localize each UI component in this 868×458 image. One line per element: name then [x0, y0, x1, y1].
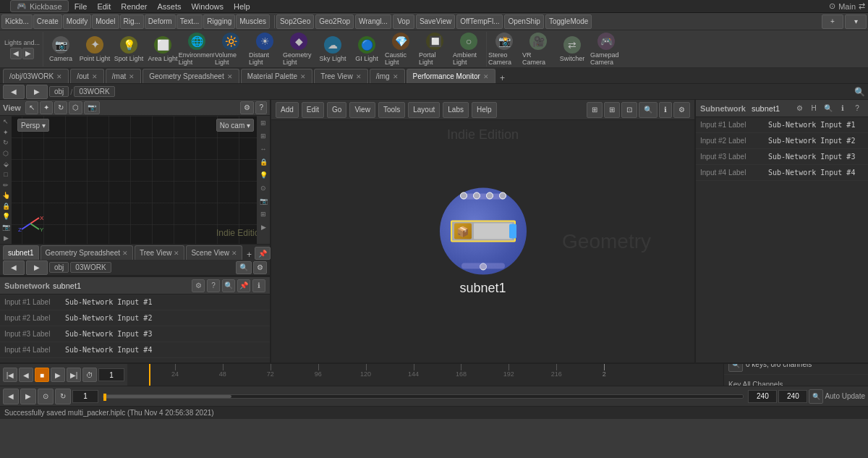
tab-add-btn[interactable]: + [497, 73, 508, 83]
tl-stop[interactable]: ■ [35, 368, 49, 382]
view-tool-scale[interactable]: ⬡ [69, 101, 82, 114]
right-zoom[interactable]: 🔍 [822, 102, 835, 115]
net-snap[interactable]: ⊞ [587, 102, 603, 118]
right-help[interactable]: ? [851, 102, 864, 115]
net-layout[interactable]: Layout [408, 102, 440, 118]
tab-geo-spreadsheet[interactable]: Geometry Spreadsheet ✕ [142, 69, 239, 83]
viewport-camera-dropdown[interactable]: No cam ▾ [216, 119, 254, 132]
shelf-geo2rop[interactable]: Geo2Rop [315, 14, 354, 29]
add-shelf-btn[interactable]: + [822, 14, 843, 29]
subnet-help[interactable]: ? [207, 279, 220, 292]
shelf-deform[interactable]: Deform [145, 14, 176, 29]
tool-point-light[interactable]: ✦ Point Light [78, 32, 111, 67]
btab-tree-close[interactable]: ✕ [174, 250, 179, 257]
side-icon-9[interactable]: ▶ [258, 221, 269, 233]
bot-scene-path[interactable]: 03WORK [70, 262, 111, 273]
tool-vr-camera[interactable]: 🎥 VR Camera [522, 32, 555, 67]
subnet-params[interactable]: ⚙ [192, 279, 205, 292]
menu-help[interactable]: Help [229, 1, 255, 12]
btab-scene-view[interactable]: Scene View ✕ [186, 245, 242, 260]
side-icon-2[interactable]: ⊞ [258, 130, 269, 142]
tab-img-close[interactable]: ✕ [393, 73, 399, 80]
shelf-model[interactable]: Model [92, 14, 119, 29]
tool-stereo-camera[interactable]: 📸 Stereo Camera [488, 32, 521, 67]
bot-nav-back[interactable]: ◀ [3, 260, 25, 275]
lt-render[interactable]: ▶ [1, 233, 11, 242]
shelf-sop2geo[interactable]: Sop2Geo [276, 14, 314, 29]
path-nav-fwd[interactable]: ▶ [26, 85, 48, 99]
bot-settings2[interactable]: ⚙ [253, 261, 267, 274]
side-icon-8[interactable]: ⊞ [258, 208, 269, 220]
tab-obj-03work[interactable]: /obj/03WORK ✕ [3, 69, 69, 83]
side-icon-1[interactable]: ⊞ [258, 117, 269, 129]
path-obj[interactable]: obj [49, 86, 69, 97]
shelf-create[interactable]: Create [33, 14, 62, 29]
bot-obj-path[interactable]: obj [49, 262, 69, 273]
bt-icon-1[interactable]: 🔍 [809, 389, 823, 404]
tool-env-light[interactable]: 🌐 Environment Light [180, 32, 213, 67]
btab-geo-spreadsheet[interactable]: Geometry Spreadsheet ✕ [41, 245, 133, 260]
lt-paint[interactable]: ✏ [1, 180, 11, 190]
camera-btn[interactable]: No cam ▾ [216, 119, 254, 132]
btab-pin[interactable]: 📌 [255, 247, 271, 260]
tool-spot-light[interactable]: 💡 Spot Light [112, 32, 145, 67]
shelf-kickbase[interactable]: Kickb... [1, 14, 33, 29]
tl-skip-end[interactable]: ▶| [67, 368, 81, 382]
shelf-rigging[interactable]: Rigging [203, 14, 235, 29]
shelf-rig[interactable]: Rig... [120, 14, 144, 29]
tool-geo-light[interactable]: ◆ Geometry Light [282, 32, 315, 67]
tab-material-palette[interactable]: Material Palette ✕ [241, 69, 312, 83]
timeline-ruler[interactable]: 24 48 72 96 120 144 168 192 216 2 [127, 363, 723, 386]
bt-auto-update[interactable]: Auto Update [825, 392, 865, 400]
viewport-persp-dropdown[interactable]: Persp ▾ [17, 119, 49, 132]
tab-tree-view[interactable]: Tree View ✕ [314, 69, 367, 83]
btab-scene-close[interactable]: ✕ [231, 250, 237, 257]
subnet-zoom[interactable]: 🔍 [222, 279, 235, 292]
bt-anim[interactable]: ⊙ [38, 389, 54, 404]
tool-sky-light[interactable]: ☁ Sky Light [316, 32, 349, 67]
lt-pose[interactable]: 👆 [1, 191, 11, 200]
tool-portal-light[interactable]: 🔲 Portal Light [418, 32, 451, 67]
bt-loop[interactable]: ↻ [55, 389, 71, 404]
net-zoom-fit[interactable]: ⊡ [621, 102, 637, 118]
tl-prev-frame[interactable]: ◀ [19, 368, 33, 382]
side-icon-5[interactable]: 💡 [258, 169, 269, 181]
path-03work[interactable]: 03WORK [74, 86, 114, 97]
lt-move[interactable]: ✦ [1, 128, 11, 137]
lt-rotate[interactable]: ↻ [1, 138, 11, 148]
shelf-offtempfl[interactable]: OffTempFl... [456, 14, 503, 29]
tab-out-close[interactable]: ✕ [92, 73, 98, 80]
btab-subnet1[interactable]: subnet1 [3, 245, 39, 260]
side-icon-3[interactable]: ↔ [258, 143, 269, 155]
channel-zoom[interactable]: 🔍 [728, 362, 743, 372]
channel-key-all[interactable]: Key All Channels [728, 381, 783, 386]
menu-edit[interactable]: Edit [93, 1, 115, 12]
tool-camera[interactable]: 📷 Camera [44, 32, 77, 67]
bt-frame-end[interactable] [748, 390, 777, 403]
btab-add[interactable]: + [244, 250, 255, 260]
tool-switcher[interactable]: ⇄ Switcher [556, 32, 589, 67]
net-view[interactable]: View [349, 102, 375, 118]
shelf-text[interactable]: Text... [176, 14, 203, 29]
lt-arrow[interactable]: ↖ [1, 117, 11, 127]
tab-img[interactable]: /img ✕ [370, 69, 405, 83]
subnet-pin[interactable]: 📌 [237, 279, 250, 292]
net-layout-btn[interactable]: ⊞ [604, 102, 620, 118]
net-tools[interactable]: Tools [378, 102, 405, 118]
menu-file[interactable]: File [70, 1, 92, 12]
view-settings[interactable]: ⚙ [240, 101, 254, 114]
btab-geo-close[interactable]: ✕ [122, 250, 128, 257]
shelf-vop[interactable]: Vop [393, 14, 414, 29]
shelf-togglemode[interactable]: ToggleMode [545, 14, 592, 29]
shelf-saveview[interactable]: SaveView [416, 14, 455, 29]
right-info[interactable]: ℹ [836, 102, 849, 115]
shelf-modify[interactable]: Modify [63, 14, 91, 29]
side-icon-4[interactable]: 🔒 [258, 156, 269, 168]
net-search[interactable]: 🔍 [639, 102, 658, 118]
net-labs[interactable]: Labs [443, 102, 469, 118]
lt-handle[interactable]: ⬙ [1, 159, 11, 169]
lt-snap[interactable]: 🔒 [1, 202, 11, 211]
lt-scale[interactable]: ⬡ [1, 149, 11, 158]
tl-realtime[interactable]: ⏱ [82, 368, 97, 382]
view-tool-cam[interactable]: 📷 [84, 101, 100, 114]
